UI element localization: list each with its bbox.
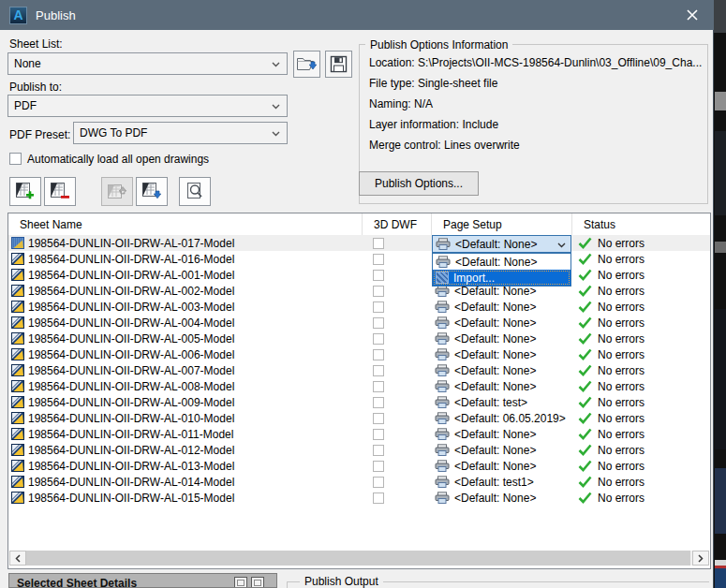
page-setup-value: <Default: test1>	[454, 476, 534, 489]
page-setup-cell[interactable]: <Default: None>	[432, 301, 572, 314]
3d-dwf-checkbox[interactable]	[373, 397, 384, 408]
status-text: No errors	[598, 380, 645, 393]
dropdown-item-default-none[interactable]: <Default: None>	[433, 254, 570, 270]
page-setup-cell[interactable]: <Default: None>	[432, 364, 572, 377]
publish-to-combo[interactable]: PDF	[7, 95, 288, 117]
3d-dwf-checkbox[interactable]	[373, 429, 384, 440]
status-text: No errors	[598, 269, 645, 282]
3d-dwf-checkbox[interactable]	[373, 381, 384, 392]
sheet-list-combo[interactable]: None	[7, 52, 288, 75]
3d-dwf-checkbox[interactable]	[373, 492, 384, 504]
table-row[interactable]: 198564-DUNLIN-OII-DRW-AL-015-Model <Defa…	[8, 490, 710, 506]
move-sheet-up-button[interactable]	[101, 177, 133, 206]
table-row[interactable]: 198564-DUNLIN-OII-DRW-AL-011-Model <Defa…	[8, 426, 710, 442]
remove-sheets-button[interactable]	[44, 177, 76, 206]
page-setup-cell[interactable]: <Default: None>	[432, 428, 572, 441]
load-sheet-list-button[interactable]	[293, 51, 320, 78]
page-setup-cell[interactable]: <Default: test>	[432, 396, 572, 409]
move-sheet-down-button[interactable]	[136, 177, 168, 206]
table-row[interactable]: 198564-DUNLIN-OII-DRW-AL-014-Model <Defa…	[8, 474, 710, 490]
3d-dwf-checkbox[interactable]	[373, 477, 384, 488]
table-row[interactable]: 198564-DUNLIN-OII-DRW-AL-007-Model <Defa…	[8, 362, 710, 378]
dropdown-item-label: <Default: None>	[455, 256, 537, 269]
table-row[interactable]: 198564-DUNLIN-OII-DRW-AL-010-Model <Defa…	[8, 410, 710, 426]
sheet-icon	[11, 332, 24, 345]
save-sheet-list-button[interactable]	[325, 51, 352, 78]
sheet-icon	[11, 253, 24, 265]
page-setup-cell[interactable]: <Default: 06.05.2019>	[432, 412, 572, 425]
selected-sheet-details-header[interactable]: Selected Sheet Details	[8, 573, 277, 588]
details-mini-button-2[interactable]	[251, 577, 264, 588]
sheet-name: 198564-DUNLIN-OII-DRW-AL-015-Model	[28, 492, 234, 505]
page-setup-cell[interactable]: <Default: None>	[432, 332, 572, 345]
3d-dwf-checkbox[interactable]	[373, 365, 384, 376]
page-setup-value: <Default: None>	[454, 380, 536, 393]
preview-button[interactable]	[179, 177, 211, 206]
scroll-right-button[interactable]	[692, 551, 709, 566]
3d-dwf-checkbox[interactable]	[373, 333, 384, 345]
table-row[interactable]: 198564-DUNLIN-OII-DRW-AL-004-Model <Defa…	[8, 315, 710, 331]
sheet-name: 198564-DUNLIN-OII-DRW-AL-005-Model	[28, 332, 234, 345]
add-sheets-button[interactable]	[9, 177, 41, 206]
3d-dwf-checkbox[interactable]	[373, 238, 384, 249]
scroll-right-icon	[698, 554, 704, 563]
horizontal-scrollbar[interactable]	[9, 551, 709, 566]
status-text: No errors	[598, 301, 645, 314]
page-setup-cell[interactable]: <Default: None>	[432, 444, 572, 457]
page-setup-cell[interactable]: <Default: test1>	[432, 476, 572, 489]
table-row[interactable]: 198564-DUNLIN-OII-DRW-AL-006-Model <Defa…	[8, 346, 710, 362]
page-setup-cell[interactable]: <Default: None>	[432, 460, 572, 473]
table-row[interactable]: 198564-DUNLIN-OII-DRW-AL-008-Model <Defa…	[8, 378, 710, 394]
import-icon	[436, 272, 449, 284]
table-row[interactable]: 198564-DUNLIN-OII-DRW-AL-002-Model <Defa…	[8, 283, 710, 299]
sheet-icon	[11, 460, 24, 472]
page-setup-cell[interactable]: <Default: None>	[432, 492, 572, 505]
check-icon	[578, 396, 592, 408]
table-row[interactable]: 198564-DUNLIN-OII-DRW-AL-001-Model <Defa…	[8, 267, 710, 283]
sheet-icon	[11, 428, 24, 440]
pdf-preset-combo[interactable]: DWG To PDF	[73, 122, 288, 144]
desktop-background-fragment	[715, 309, 726, 449]
publish-options-button[interactable]: Publish Options...	[359, 171, 479, 196]
3d-dwf-checkbox[interactable]	[373, 413, 384, 424]
3d-dwf-checkbox[interactable]	[373, 349, 384, 360]
sheet-name: 198564-DUNLIN-OII-DRW-AL-010-Model	[28, 412, 234, 425]
table-row[interactable]: 198564-DUNLIN-OII-DRW-AL-013-Model <Defa…	[8, 458, 710, 474]
scrollbar-thumb[interactable]	[26, 551, 690, 566]
sheet-icon	[11, 412, 24, 424]
table-row[interactable]: 198564-DUNLIN-OII-DRW-AL-016-Model <Defa…	[8, 251, 710, 267]
3d-dwf-checkbox[interactable]	[373, 317, 384, 329]
col-3d-dwf[interactable]: 3D DWF	[363, 213, 432, 235]
page-setup-open-combo[interactable]: <Default: None>	[432, 235, 571, 253]
move-down-icon	[141, 182, 162, 201]
col-sheet-name[interactable]: Sheet Name	[8, 213, 363, 235]
status-text: No errors	[598, 412, 645, 425]
table-row[interactable]: 198564-DUNLIN-OII-DRW-AL-012-Model <Defa…	[8, 442, 710, 458]
publish-dialog: A Publish Sheet List: None	[0, 0, 714, 588]
3d-dwf-checkbox[interactable]	[373, 301, 384, 313]
details-mini-button-1[interactable]	[234, 577, 247, 588]
scroll-left-button[interactable]	[9, 551, 26, 566]
auto-load-checkbox[interactable]	[9, 153, 22, 165]
page-setup-cell[interactable]: <Default: None>	[432, 348, 572, 361]
dropdown-item-import[interactable]: Import...	[433, 270, 570, 286]
table-row[interactable]: 198564-DUNLIN-OII-DRW-AL-003-Model <Defa…	[8, 299, 710, 315]
page-setup-dropdown: <Default: None> Import...	[432, 253, 571, 287]
table-row[interactable]: 198564-DUNLIN-OII-DRW-AL-009-Model <Defa…	[8, 394, 710, 410]
close-button[interactable]	[678, 0, 706, 30]
3d-dwf-checkbox[interactable]	[373, 286, 384, 297]
check-icon	[578, 444, 592, 456]
info-location: Location: S:\Projects\OII-MCS-198564-Dun…	[369, 56, 702, 69]
sheet-rows: 198564-DUNLIN-OII-DRW-AL-017-Model <Defa…	[8, 235, 710, 506]
col-page-setup[interactable]: Page Setup	[432, 213, 572, 235]
3d-dwf-checkbox[interactable]	[373, 461, 384, 472]
table-row[interactable]: 198564-DUNLIN-OII-DRW-AL-005-Model <Defa…	[8, 331, 710, 346]
page-setup-cell[interactable]: <Default: None>	[432, 380, 572, 393]
3d-dwf-checkbox[interactable]	[373, 254, 384, 265]
3d-dwf-checkbox[interactable]	[373, 445, 384, 456]
col-status[interactable]: Status	[572, 213, 710, 235]
page-setup-value: <Default: 06.05.2019>	[454, 412, 566, 425]
page-setup-cell[interactable]: <Default: None>	[432, 316, 572, 330]
3d-dwf-checkbox[interactable]	[373, 270, 384, 281]
table-row[interactable]: 198564-DUNLIN-OII-DRW-AL-017-Model <Defa…	[8, 235, 710, 251]
